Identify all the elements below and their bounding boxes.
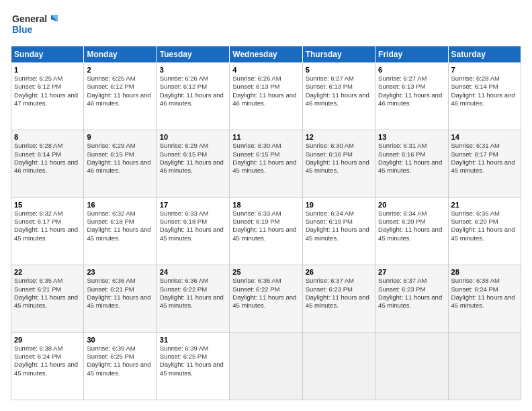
calendar-day-header: Sunday [11, 46, 84, 63]
calendar-cell: 15 Sunrise: 6:32 AMSunset: 6:17 PMDaylig… [11, 197, 84, 265]
calendar-cell: 2 Sunrise: 6:25 AMSunset: 6:12 PMDayligh… [84, 63, 157, 130]
day-number: 17 [160, 201, 226, 209]
svg-text:General: General [12, 13, 47, 24]
day-number: 19 [306, 201, 372, 209]
day-info: Sunrise: 6:25 AMSunset: 6:12 PMDaylight:… [87, 75, 150, 107]
calendar-cell: 28 Sunrise: 6:38 AMSunset: 6:24 PMDaylig… [448, 265, 521, 332]
calendar-day-header: Wednesday [230, 46, 302, 63]
logo-svg: General Blue [11, 11, 58, 39]
calendar-cell [302, 332, 375, 400]
day-info: Sunrise: 6:33 AMSunset: 6:18 PMDaylight:… [160, 210, 224, 242]
day-number: 5 [306, 66, 372, 74]
day-number: 14 [451, 133, 518, 141]
page: General Blue SundayMondayTuesdayWednesda… [0, 0, 532, 411]
day-number: 29 [14, 336, 81, 344]
calendar-cell: 23 Sunrise: 6:36 AMSunset: 6:21 PMDaylig… [84, 265, 157, 332]
day-info: Sunrise: 6:27 AMSunset: 6:13 PMDaylight:… [306, 75, 369, 107]
calendar-cell: 5 Sunrise: 6:27 AMSunset: 6:13 PMDayligh… [302, 63, 375, 130]
calendar-week-row: 22 Sunrise: 6:35 AMSunset: 6:21 PMDaylig… [11, 265, 521, 332]
calendar-cell: 4 Sunrise: 6:26 AMSunset: 6:13 PMDayligh… [230, 63, 302, 130]
day-number: 20 [378, 201, 445, 209]
svg-text:Blue: Blue [12, 24, 33, 35]
day-number: 28 [451, 268, 518, 276]
day-info: Sunrise: 6:30 AMSunset: 6:15 PMDaylight:… [232, 142, 296, 174]
calendar-cell: 9 Sunrise: 6:29 AMSunset: 6:15 PMDayligh… [84, 130, 157, 197]
day-info: Sunrise: 6:38 AMSunset: 6:24 PMDaylight:… [14, 345, 78, 377]
day-number: 11 [232, 133, 299, 141]
day-info: Sunrise: 6:38 AMSunset: 6:24 PMDaylight:… [451, 277, 515, 309]
calendar-cell: 12 Sunrise: 6:30 AMSunset: 6:16 PMDaylig… [302, 130, 375, 197]
calendar-cell: 30 Sunrise: 6:39 AMSunset: 6:25 PMDaylig… [84, 332, 157, 400]
day-number: 26 [306, 268, 372, 276]
calendar-cell: 22 Sunrise: 6:35 AMSunset: 6:21 PMDaylig… [11, 265, 84, 332]
calendar-cell: 31 Sunrise: 6:39 AMSunset: 6:25 PMDaylig… [157, 332, 229, 400]
day-info: Sunrise: 6:36 AMSunset: 6:22 PMDaylight:… [232, 277, 296, 309]
calendar-cell: 7 Sunrise: 6:28 AMSunset: 6:14 PMDayligh… [448, 63, 521, 130]
calendar-day-header: Friday [375, 46, 448, 63]
day-info: Sunrise: 6:28 AMSunset: 6:14 PMDaylight:… [451, 75, 515, 107]
calendar-week-row: 29 Sunrise: 6:38 AMSunset: 6:24 PMDaylig… [11, 332, 521, 400]
calendar-cell: 14 Sunrise: 6:31 AMSunset: 6:17 PMDaylig… [448, 130, 521, 197]
day-info: Sunrise: 6:37 AMSunset: 6:23 PMDaylight:… [306, 277, 369, 309]
logo: General Blue [11, 11, 58, 39]
calendar-cell: 20 Sunrise: 6:34 AMSunset: 6:20 PMDaylig… [375, 197, 448, 265]
calendar-cell: 11 Sunrise: 6:30 AMSunset: 6:15 PMDaylig… [230, 130, 302, 197]
day-number: 15 [14, 201, 81, 209]
day-number: 12 [306, 133, 372, 141]
day-number: 10 [160, 133, 226, 141]
calendar-week-row: 8 Sunrise: 6:28 AMSunset: 6:14 PMDayligh… [11, 130, 521, 197]
day-info: Sunrise: 6:31 AMSunset: 6:17 PMDaylight:… [451, 142, 515, 174]
calendar-cell: 25 Sunrise: 6:36 AMSunset: 6:22 PMDaylig… [230, 265, 302, 332]
day-info: Sunrise: 6:34 AMSunset: 6:20 PMDaylight:… [378, 210, 442, 242]
calendar-cell: 6 Sunrise: 6:27 AMSunset: 6:13 PMDayligh… [375, 63, 448, 130]
day-info: Sunrise: 6:35 AMSunset: 6:21 PMDaylight:… [14, 277, 78, 309]
calendar-table: SundayMondayTuesdayWednesdayThursdayFrid… [11, 46, 521, 400]
day-number: 9 [87, 133, 153, 141]
calendar-cell: 17 Sunrise: 6:33 AMSunset: 6:18 PMDaylig… [157, 197, 229, 265]
day-info: Sunrise: 6:29 AMSunset: 6:15 PMDaylight:… [160, 142, 224, 174]
day-number: 24 [160, 268, 226, 276]
calendar-body: 1 Sunrise: 6:25 AMSunset: 6:12 PMDayligh… [11, 63, 521, 400]
day-info: Sunrise: 6:32 AMSunset: 6:18 PMDaylight:… [87, 210, 150, 242]
calendar-cell: 1 Sunrise: 6:25 AMSunset: 6:12 PMDayligh… [11, 63, 84, 130]
day-info: Sunrise: 6:28 AMSunset: 6:14 PMDaylight:… [14, 142, 78, 174]
day-info: Sunrise: 6:37 AMSunset: 6:23 PMDaylight:… [378, 277, 442, 309]
calendar-cell: 27 Sunrise: 6:37 AMSunset: 6:23 PMDaylig… [375, 265, 448, 332]
day-info: Sunrise: 6:36 AMSunset: 6:21 PMDaylight:… [87, 277, 150, 309]
day-number: 30 [87, 336, 153, 344]
calendar-cell [448, 332, 521, 400]
day-number: 16 [87, 201, 153, 209]
calendar-day-header: Saturday [448, 46, 521, 63]
calendar-cell: 24 Sunrise: 6:36 AMSunset: 6:22 PMDaylig… [157, 265, 229, 332]
day-number: 25 [232, 268, 299, 276]
day-info: Sunrise: 6:39 AMSunset: 6:25 PMDaylight:… [160, 345, 224, 377]
header: General Blue [11, 11, 521, 39]
day-number: 3 [160, 66, 226, 74]
calendar-day-header: Thursday [302, 46, 375, 63]
calendar-cell [375, 332, 448, 400]
day-info: Sunrise: 6:39 AMSunset: 6:25 PMDaylight:… [87, 345, 150, 377]
day-number: 22 [14, 268, 81, 276]
day-info: Sunrise: 6:34 AMSunset: 6:19 PMDaylight:… [306, 210, 369, 242]
calendar-cell: 26 Sunrise: 6:37 AMSunset: 6:23 PMDaylig… [302, 265, 375, 332]
calendar-day-header: Tuesday [157, 46, 229, 63]
day-info: Sunrise: 6:27 AMSunset: 6:13 PMDaylight:… [378, 75, 442, 107]
calendar-cell [230, 332, 302, 400]
calendar-day-header: Monday [84, 46, 157, 63]
day-info: Sunrise: 6:35 AMSunset: 6:20 PMDaylight:… [451, 210, 515, 242]
day-number: 23 [87, 268, 153, 276]
calendar-cell: 19 Sunrise: 6:34 AMSunset: 6:19 PMDaylig… [302, 197, 375, 265]
calendar-cell: 21 Sunrise: 6:35 AMSunset: 6:20 PMDaylig… [448, 197, 521, 265]
calendar-header-row: SundayMondayTuesdayWednesdayThursdayFrid… [11, 46, 521, 63]
calendar-cell: 10 Sunrise: 6:29 AMSunset: 6:15 PMDaylig… [157, 130, 229, 197]
day-number: 8 [14, 133, 81, 141]
day-info: Sunrise: 6:33 AMSunset: 6:19 PMDaylight:… [232, 210, 296, 242]
day-info: Sunrise: 6:32 AMSunset: 6:17 PMDaylight:… [14, 210, 78, 242]
day-number: 7 [451, 66, 518, 74]
day-number: 1 [14, 66, 81, 74]
calendar-week-row: 1 Sunrise: 6:25 AMSunset: 6:12 PMDayligh… [11, 63, 521, 130]
day-info: Sunrise: 6:30 AMSunset: 6:16 PMDaylight:… [306, 142, 369, 174]
day-info: Sunrise: 6:25 AMSunset: 6:12 PMDaylight:… [14, 75, 78, 107]
day-info: Sunrise: 6:36 AMSunset: 6:22 PMDaylight:… [160, 277, 224, 309]
day-number: 18 [232, 201, 299, 209]
